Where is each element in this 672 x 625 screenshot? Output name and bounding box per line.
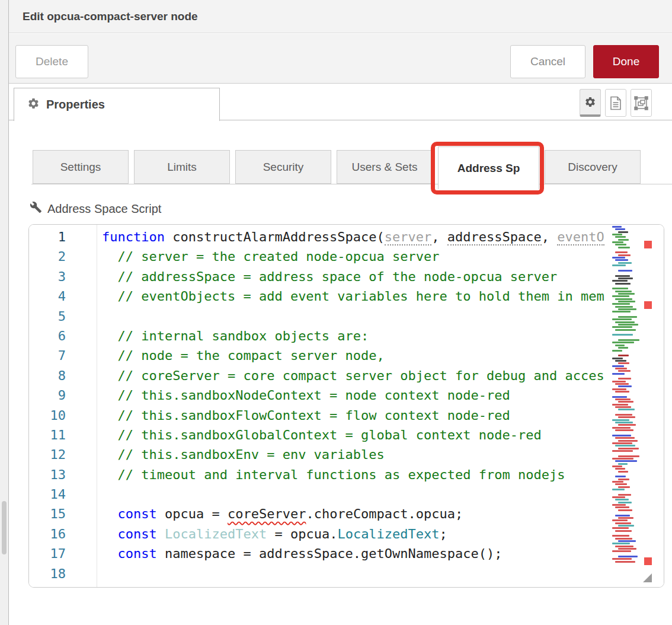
minimap-line [612,458,633,460]
node-properties-icon-button[interactable] [580,89,601,117]
tab-settings[interactable]: Settings [33,150,129,184]
minimap-line [615,499,629,500]
minimap-line [612,553,639,555]
tab-discovery[interactable]: Discovery [545,150,641,184]
minimap-line [615,360,626,362]
minimap-line [615,329,636,331]
minimap-line [615,321,635,323]
minimap-line [618,409,635,410]
code-editor[interactable]: 12345678910111213141516171819 function c… [28,224,664,588]
edit-node-dialog: Edit opcua-compact-server node Delete Ca… [9,0,672,625]
code-line: // timeout and interval functions as exp… [102,465,612,484]
minimap-line [618,324,638,326]
minimap-line [612,303,630,305]
editor-minimap[interactable] [612,226,639,586]
minimap-line [612,452,639,454]
minimap-line [615,251,628,253]
code-line: // node = the compact server node, [102,346,612,365]
minimap-line [615,283,631,285]
minimap-line [612,504,626,506]
code-line: // this.sandboxEnv = env variables [102,445,612,464]
minimap-line [615,422,633,423]
minimap-line [615,468,625,470]
minimap-line [615,445,635,447]
code-line: // this.sandboxNodeContext = node contex… [102,385,612,405]
minimap-line [618,270,632,272]
minimap-line [618,231,628,233]
tab-users-sets[interactable]: Users & Sets [337,150,433,184]
minimap-line [618,525,634,527]
wrench-icon [30,201,42,216]
error-marker [644,241,652,248]
tab-address-sp[interactable]: Address Sp [438,146,539,189]
minimap-line [612,331,639,333]
line-number: 4 [29,286,97,306]
minimap-line [612,543,630,544]
code-line: function constructAlarmAddressSpace(serv… [102,227,612,247]
node-appearance-icon-button[interactable] [631,89,652,117]
minimap-line [618,316,637,318]
node-description-icon-button[interactable] [605,89,626,117]
minimap-line [612,373,625,375]
minimap-line [612,295,629,297]
section-label: Address Space Script [30,200,161,217]
minimap-line [612,267,639,269]
code-line: // eventObjects = add event variables he… [102,286,612,306]
minimap-line [612,519,628,521]
code-line: // server = the created node-opcua serve… [102,247,612,266]
properties-tab[interactable]: Properties [14,88,220,121]
editor-code-area[interactable]: function constructAlarmAddressSpace(serv… [98,225,612,587]
minimap-line [612,435,631,436]
code-line [102,484,612,504]
line-number: 13 [29,465,97,484]
dialog-button-bar: Delete Cancel Done [9,34,672,84]
minimap-line [618,239,629,241]
gear-icon [27,97,40,112]
minimap-line [612,314,639,315]
minimap-line [612,352,639,354]
line-number: 17 [29,544,97,563]
minimap-line [612,450,633,452]
minimap-line [612,481,623,483]
minimap-line [612,496,625,498]
tab-security[interactable]: Security [235,150,331,184]
minimap-line [615,406,631,408]
minimap-line [615,460,637,462]
appearance-icon [634,96,648,110]
resize-grip-icon[interactable] [643,573,652,582]
tab-limits[interactable]: Limits [134,150,230,184]
code-line: // this.sandboxFlowContext = flow contex… [102,406,612,425]
cancel-button[interactable]: Cancel [510,45,585,78]
minimap-line [615,275,630,277]
minimap-line [612,234,622,235]
minimap-line [618,556,638,557]
editor-gutter: 12345678910111213141516171819 [29,225,97,587]
minimap-line [615,414,632,416]
minimap-line [612,311,631,312]
delete-button[interactable]: Delete [15,45,88,78]
minimap-line [612,249,639,251]
editor-scrollbar[interactable] [640,225,664,587]
minimap-line [618,347,628,349]
done-button[interactable]: Done [593,45,659,78]
minimap-line [618,378,631,380]
minimap-line [618,262,632,264]
minimap-line [612,241,623,243]
code-line: // addressSpace = address space of the n… [102,267,612,286]
gear-icon [584,96,596,108]
minimap-line [612,404,628,406]
minimap-line [618,301,635,302]
minimap-line [615,561,635,563]
line-number: 8 [29,366,97,385]
minimap-line [612,393,639,395]
left-scrollbar-thumb[interactable] [2,501,7,554]
line-number: 2 [29,247,97,266]
minimap-line [618,355,629,356]
minimap-line [618,486,630,488]
line-number: 7 [29,346,97,365]
section-label-text: Address Space Script [47,202,161,216]
minimap-line [612,272,639,274]
minimap-line [618,463,628,465]
code-line: // coreServer = core compact server obje… [102,366,612,385]
code-line: // internal sandbox objects are: [102,326,612,346]
